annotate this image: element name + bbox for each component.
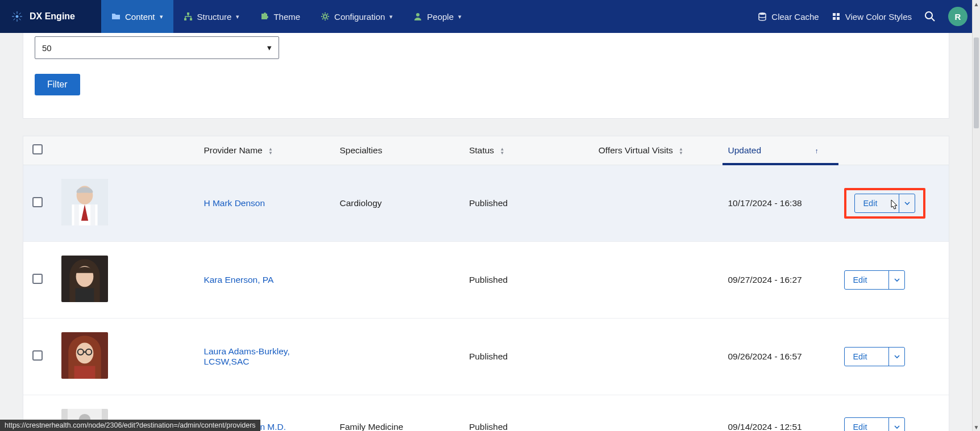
nav-primary: Content ▾ Structure ▾ Theme Configuratio… — [101, 0, 472, 33]
nav-people-label: People — [427, 12, 454, 22]
providers-table: Provider Name ▲▼ Specialties Status ▲▼ O… — [23, 136, 949, 431]
edit-dropdown-toggle[interactable] — [899, 194, 915, 212]
svg-rect-1 — [187, 12, 189, 15]
specialties-cell — [334, 242, 463, 319]
col-specialties: Specialties — [334, 136, 463, 165]
folder-icon — [111, 12, 121, 21]
top-nav: DX Engine Content ▾ Structure ▾ Theme Co… — [0, 0, 980, 33]
sort-icon: ▲▼ — [500, 147, 504, 155]
database-icon — [758, 12, 767, 21]
specialties-cell: Cardiology — [334, 165, 463, 242]
sort-icon: ▲▼ — [679, 147, 683, 155]
col-updated[interactable]: Updated ↑ — [722, 136, 839, 165]
svg-rect-9 — [833, 17, 836, 20]
chevron-down-icon: ▾ — [160, 13, 163, 20]
edit-button[interactable]: Edit — [854, 194, 915, 213]
brand-label: DX Engine — [30, 11, 75, 22]
edit-dropdown-toggle[interactable] — [888, 348, 904, 366]
page-scroll[interactable]: ▾ ▾ ▾ Records per page 50 ▾ Filter — [0, 33, 972, 431]
edit-dropdown-toggle[interactable] — [888, 271, 904, 289]
row-checkbox[interactable] — [32, 274, 43, 284]
nav-theme[interactable]: Theme — [250, 0, 310, 33]
provider-name-link[interactable]: Laura Adams-Burkley, LCSW,SAC — [204, 346, 289, 366]
col-virtual[interactable]: Offers Virtual Visits ▲▼ — [593, 136, 722, 165]
filter-button-label: Filter — [47, 79, 68, 89]
scrollbar[interactable]: ▲ ▼ — [972, 0, 980, 431]
sort-asc-icon: ↑ — [815, 147, 818, 155]
svg-point-5 — [416, 13, 420, 16]
view-color-styles-button[interactable]: View Color Styles — [832, 12, 912, 22]
view-color-styles-label: View Color Styles — [845, 12, 912, 22]
edit-button-label: Edit — [845, 348, 888, 366]
sort-icon: ▲▼ — [268, 147, 273, 155]
search-icon — [924, 11, 936, 22]
table-row: Kara Enerson, PA Published 09/27/2024 - … — [23, 242, 949, 319]
virtual-cell — [593, 242, 722, 319]
clear-cache-label: Clear Cache — [771, 12, 819, 22]
edit-button-label: Edit — [845, 271, 888, 289]
edit-button-label: Edit — [855, 194, 899, 212]
nav-right: Clear Cache View Color Styles R — [758, 0, 980, 33]
brand[interactable]: DX Engine — [0, 0, 101, 33]
svg-rect-3 — [190, 18, 192, 20]
provider-photo — [61, 332, 108, 379]
updated-cell: 09/14/2024 - 12:51 — [722, 395, 839, 432]
status-cell: Published — [463, 165, 593, 242]
nav-people[interactable]: People ▾ — [403, 0, 472, 33]
filter-panel: ▾ ▾ ▾ Records per page 50 ▾ Filter — [23, 33, 949, 119]
nav-structure[interactable]: Structure ▾ — [173, 0, 250, 33]
updated-cell: 09/27/2024 - 16:27 — [722, 242, 839, 319]
scroll-thumb[interactable] — [974, 37, 979, 128]
scroll-down-arrow[interactable]: ▼ — [973, 423, 980, 431]
updated-cell: 09/26/2024 - 16:57 — [722, 319, 839, 395]
svg-point-11 — [925, 12, 932, 19]
svg-rect-24 — [74, 366, 95, 379]
edit-button[interactable]: Edit — [844, 417, 905, 431]
status-cell: Published — [463, 319, 593, 395]
svg-rect-19 — [76, 288, 94, 302]
svg-point-6 — [759, 12, 766, 15]
edit-button[interactable]: Edit — [844, 347, 905, 366]
table-row: H Mark Denson Cardiology Published 10/17… — [23, 165, 949, 242]
person-icon — [413, 12, 422, 21]
edit-button[interactable]: Edit — [844, 270, 905, 290]
clear-cache-button[interactable]: Clear Cache — [758, 12, 819, 22]
user-avatar[interactable]: R — [948, 7, 967, 26]
filter-button[interactable]: Filter — [35, 74, 80, 95]
status-cell: Published — [463, 395, 593, 432]
chevron-down-icon: ▾ — [267, 43, 272, 53]
scroll-up-arrow[interactable]: ▲ — [973, 0, 980, 8]
nav-theme-label: Theme — [273, 12, 300, 22]
chevron-down-icon: ▾ — [236, 13, 239, 20]
col-specialties-label: Specialties — [339, 145, 382, 155]
col-status[interactable]: Status ▲▼ — [463, 136, 593, 165]
svg-rect-2 — [184, 18, 186, 20]
nav-content[interactable]: Content ▾ — [101, 0, 173, 33]
brand-logo-icon — [10, 10, 24, 23]
user-avatar-letter: R — [955, 12, 961, 22]
select-all-checkbox[interactable] — [32, 144, 43, 154]
chevron-down-icon: ▾ — [458, 13, 462, 20]
virtual-cell — [593, 165, 722, 242]
records-per-page-select[interactable]: 50 ▾ — [35, 36, 279, 59]
updated-cell: 10/17/2024 - 16:38 — [722, 165, 839, 242]
row-checkbox[interactable] — [32, 350, 43, 361]
chevron-down-icon: ▾ — [389, 13, 393, 20]
sitemap-icon — [184, 12, 193, 21]
col-updated-label: Updated — [728, 145, 762, 155]
edit-dropdown-toggle[interactable] — [888, 418, 904, 431]
status-cell: Published — [463, 242, 593, 319]
row-checkbox[interactable] — [32, 197, 43, 207]
edit-button-label: Edit — [845, 418, 888, 431]
provider-name-link[interactable]: H Mark Denson — [204, 198, 265, 208]
col-status-label: Status — [469, 145, 494, 155]
nav-configuration[interactable]: Configuration ▾ — [310, 0, 403, 33]
specialties-cell: Family Medicine — [334, 395, 463, 432]
col-provider-name[interactable]: Provider Name ▲▼ — [198, 136, 334, 165]
virtual-cell — [593, 395, 722, 432]
specialties-cell — [334, 319, 463, 395]
svg-point-0 — [16, 15, 18, 18]
provider-name-link[interactable]: Kara Enerson, PA — [204, 275, 273, 284]
search-button[interactable] — [924, 11, 936, 22]
palette-icon — [832, 12, 841, 21]
